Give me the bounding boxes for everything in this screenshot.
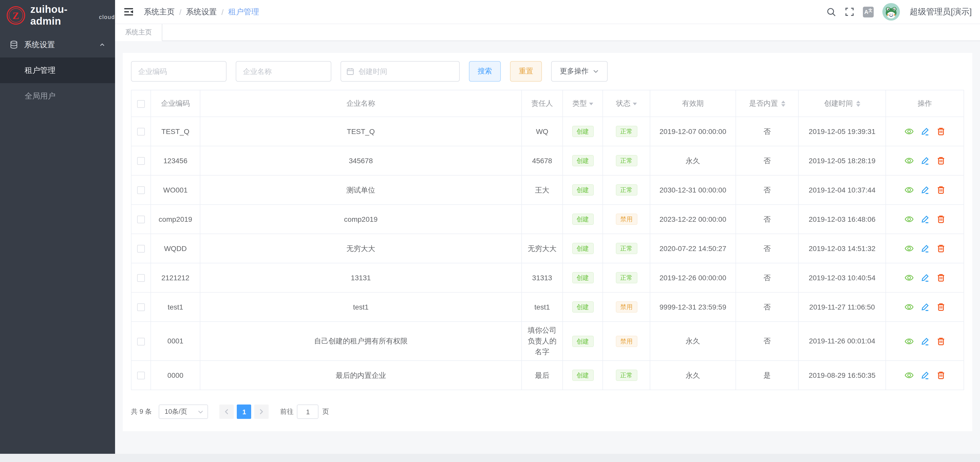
row-checkbox[interactable] xyxy=(137,128,145,136)
cell-owner: WQ xyxy=(522,117,563,146)
row-checkbox[interactable] xyxy=(137,157,145,165)
tab-system-home[interactable]: 系统主页 xyxy=(115,24,162,41)
row-checkbox[interactable] xyxy=(137,304,145,311)
delete-icon[interactable] xyxy=(936,214,945,224)
search-icon[interactable] xyxy=(826,7,836,17)
delete-icon[interactable] xyxy=(936,273,945,282)
edit-icon[interactable] xyxy=(920,302,929,311)
edit-icon[interactable] xyxy=(920,337,929,346)
view-icon[interactable] xyxy=(904,185,913,195)
user-name[interactable]: 超级管理员[演示] xyxy=(910,6,972,17)
more-actions-button[interactable]: 更多操作 xyxy=(551,61,608,82)
view-icon[interactable] xyxy=(904,302,913,311)
edit-icon[interactable] xyxy=(920,244,929,253)
main-area: 系统主页 / 系统设置 / 租户管理 xyxy=(115,0,980,454)
cell-created: 2019-12-03 10:40:54 xyxy=(799,263,886,292)
row-checkbox[interactable] xyxy=(137,187,145,194)
edit-icon[interactable] xyxy=(920,214,929,224)
language-icon[interactable]: A文 xyxy=(863,6,874,17)
row-actions xyxy=(889,302,961,311)
avatar[interactable] xyxy=(882,3,900,21)
next-page-button[interactable] xyxy=(255,405,269,419)
breadcrumb-item-settings[interactable]: 系统设置 xyxy=(186,7,217,17)
delete-icon[interactable] xyxy=(936,302,945,311)
enterprise-code-input[interactable] xyxy=(131,61,226,82)
delete-icon[interactable] xyxy=(936,337,945,346)
row-checkbox[interactable] xyxy=(137,275,145,282)
delete-icon[interactable] xyxy=(936,244,945,253)
create-time-input[interactable] xyxy=(358,67,454,75)
status-badge: 正常 xyxy=(616,184,637,195)
cell-code: test1 xyxy=(151,292,200,322)
view-icon[interactable] xyxy=(904,244,913,253)
sort-asc-icon[interactable] xyxy=(781,101,785,103)
sort-icons[interactable] xyxy=(856,101,860,107)
cell-owner: 31313 xyxy=(522,263,563,292)
collapse-menu-icon[interactable] xyxy=(123,7,134,17)
cell-owner: 填你公司负责人的名字 xyxy=(522,322,563,360)
goto-label: 前往 xyxy=(280,407,294,416)
sort-desc-icon[interactable] xyxy=(781,104,785,107)
column-header[interactable]: 是否内置 xyxy=(736,90,799,117)
enterprise-name-input[interactable] xyxy=(236,61,331,82)
cell-builtin: 否 xyxy=(736,322,799,360)
create-time-picker[interactable] xyxy=(340,61,460,82)
view-icon[interactable] xyxy=(904,273,913,282)
delete-icon[interactable] xyxy=(936,156,945,165)
chevron-right-icon xyxy=(259,409,264,415)
row-checkbox[interactable] xyxy=(137,372,145,379)
select-all-header xyxy=(131,90,151,117)
view-icon[interactable] xyxy=(904,371,913,380)
fullscreen-icon[interactable] xyxy=(845,7,854,16)
cell-expiry: 2019-12-07 00:00:00 xyxy=(650,117,736,146)
prev-page-button[interactable] xyxy=(220,405,234,419)
reset-button[interactable]: 重置 xyxy=(510,61,542,82)
page-number-button[interactable]: 1 xyxy=(237,405,251,419)
goto-page-input[interactable] xyxy=(297,405,319,419)
view-icon[interactable] xyxy=(904,214,913,224)
column-header: 有效期 xyxy=(650,90,736,117)
row-checkbox[interactable] xyxy=(137,338,145,346)
row-checkbox[interactable] xyxy=(137,245,145,253)
view-icon[interactable] xyxy=(904,127,913,136)
select-all-checkbox[interactable] xyxy=(137,100,145,108)
column-header[interactable]: 类型 xyxy=(563,90,603,117)
edit-icon[interactable] xyxy=(920,156,929,165)
delete-icon[interactable] xyxy=(936,185,945,195)
row-checkbox[interactable] xyxy=(137,216,145,224)
filter-caret-icon[interactable] xyxy=(633,102,636,107)
delete-icon[interactable] xyxy=(936,371,945,380)
sort-icons[interactable] xyxy=(781,101,785,107)
view-icon[interactable] xyxy=(904,156,913,165)
content-area: 搜索 重置 更多操作 企业编码企业名称责任人类型状态有效期是否内置创建时间操作 xyxy=(115,41,980,454)
column-header[interactable]: 状态 xyxy=(603,90,650,117)
cell-name: 最后的内置企业 xyxy=(200,360,522,390)
column-label: 有效期 xyxy=(682,99,704,107)
sidebar-item-global-users[interactable]: 全局用户 xyxy=(0,83,115,109)
view-icon[interactable] xyxy=(904,337,913,346)
table-row: 21212121313131313创建正常2019-12-26 00:00:00… xyxy=(131,263,964,292)
delete-icon[interactable] xyxy=(936,127,945,136)
sort-desc-icon[interactable] xyxy=(856,104,860,107)
edit-icon[interactable] xyxy=(920,371,929,380)
sidebar-group-system-settings[interactable]: 系统设置 xyxy=(0,32,115,57)
breadcrumb-item-home[interactable]: 系统主页 xyxy=(144,7,175,17)
cell-expiry: 2023-12-22 00:00:00 xyxy=(650,205,736,234)
cell-builtin: 否 xyxy=(736,292,799,322)
filter-caret-icon[interactable] xyxy=(589,102,593,107)
sort-asc-icon[interactable] xyxy=(856,101,860,103)
cell-type: 创建 xyxy=(563,292,603,322)
sidebar-item-tenant-management[interactable]: 租户管理 xyxy=(0,57,115,83)
page-size-select[interactable]: 10条/页 xyxy=(159,405,208,419)
search-button[interactable]: 搜索 xyxy=(469,61,501,82)
edit-icon[interactable] xyxy=(920,185,929,195)
type-badge: 创建 xyxy=(572,214,593,225)
edit-icon[interactable] xyxy=(920,273,929,282)
breadcrumb: 系统主页 / 系统设置 / 租户管理 xyxy=(144,7,826,17)
column-label: 类型 xyxy=(573,99,587,107)
chevron-down-icon xyxy=(593,69,599,73)
breadcrumb-item-current: 租户管理 xyxy=(228,7,259,17)
column-header[interactable]: 创建时间 xyxy=(799,90,886,117)
edit-icon[interactable] xyxy=(920,127,929,136)
cell-select xyxy=(131,292,151,322)
